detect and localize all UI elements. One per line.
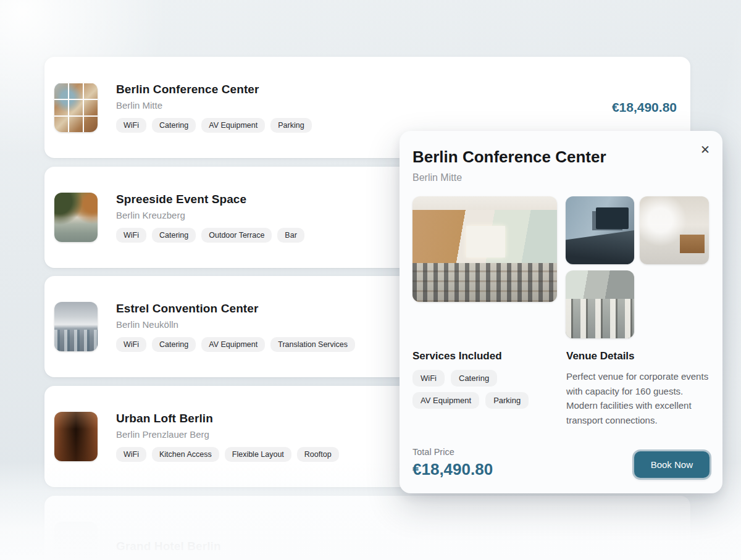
venue-details-text: Perfect venue for corporate events with … <box>566 369 710 427</box>
venue-name: Grand Hotel Berlin <box>116 540 221 553</box>
venue-tag: Translation Services <box>270 337 355 352</box>
venue-location: Berlin Neukölln <box>116 319 355 330</box>
venue-tag: WiFi <box>116 337 146 352</box>
modal-sections: Services Included WiFi Catering AV Equip… <box>412 350 710 427</box>
venue-detail-modal: ✕ Berlin Conference Center Berlin Mitte … <box>400 131 722 493</box>
service-chip: AV Equipment <box>412 392 479 409</box>
venue-thumbnail-photo <box>54 193 98 242</box>
service-chip: Parking <box>485 392 529 409</box>
venue-tag: Catering <box>152 228 196 243</box>
venue-card-body: Grand Hotel Berlin <box>116 540 221 553</box>
venue-location: Berlin Kreuzberg <box>116 210 304 220</box>
venue-tag: WiFi <box>116 228 146 243</box>
venue-location: Berlin Prenzlauer Berg <box>116 429 339 440</box>
venue-tag: Outdoor Terrace <box>201 228 272 243</box>
venue-name: Estrel Convention Center <box>116 302 355 316</box>
venue-tag: AV Equipment <box>201 118 265 133</box>
venue-card-body: Spreeside Event Space Berlin Kreuzberg W… <box>116 193 304 243</box>
venue-photo-meeting-room <box>566 196 634 264</box>
venue-tag: Rooftop <box>297 447 339 462</box>
venue-thumbnail-photo <box>54 522 98 560</box>
venue-price: €18,490.80 <box>612 100 677 115</box>
photo-grid <box>566 196 709 338</box>
venue-photo-lobby <box>640 196 709 264</box>
venue-tag: Flexible Layout <box>225 447 291 462</box>
close-icon[interactable]: ✕ <box>696 141 714 159</box>
venue-tag-row: WiFi Kitchen Access Flexible Layout Roof… <box>116 447 339 462</box>
venue-tag: Bar <box>277 228 304 243</box>
venue-name: Spreeside Event Space <box>116 193 304 206</box>
venue-tag-row: WiFi Catering Outdoor Terrace Bar <box>116 228 304 243</box>
services-heading: Services Included <box>412 350 557 362</box>
venue-card[interactable]: Grand Hotel Berlin <box>44 496 690 560</box>
venue-photo-main <box>412 196 557 302</box>
venue-tag-row: WiFi Catering AV Equipment Translation S… <box>116 337 355 352</box>
photo-gallery <box>412 196 710 338</box>
venue-tag-row: WiFi Catering AV Equipment Parking <box>116 118 312 133</box>
venue-tag: Catering <box>152 118 196 133</box>
venue-thumbnail-photo <box>54 412 98 461</box>
venue-thumbnail-photo <box>54 302 98 351</box>
total-price-value: €18,490.80 <box>412 460 493 479</box>
service-chip: WiFi <box>412 370 445 387</box>
venue-thumbnail-photo <box>54 83 98 132</box>
venue-tag: AV Equipment <box>201 337 265 352</box>
modal-title: Berlin Conference Center <box>412 147 710 167</box>
services-section: Services Included WiFi Catering AV Equip… <box>412 350 557 427</box>
venue-card-body: Berlin Conference Center Berlin Mitte Wi… <box>116 83 312 133</box>
venue-name: Berlin Conference Center <box>116 83 312 96</box>
venue-tag: Parking <box>270 118 311 133</box>
venue-tag: Kitchen Access <box>152 447 219 462</box>
venue-tag: WiFi <box>116 118 146 133</box>
venue-details-heading: Venue Details <box>566 350 710 362</box>
venue-tag: WiFi <box>116 447 146 462</box>
venue-details-section: Venue Details Perfect venue for corporat… <box>566 350 710 427</box>
total-price-label: Total Price <box>412 447 493 457</box>
services-chip-list: WiFi Catering AV Equipment Parking <box>412 370 557 409</box>
modal-footer: Total Price €18,490.80 Book Now <box>412 447 710 479</box>
book-now-button[interactable]: Book Now <box>634 451 710 478</box>
venue-card-body: Estrel Convention Center Berlin Neukölln… <box>116 302 355 352</box>
price-block: Total Price €18,490.80 <box>412 447 493 479</box>
venue-photo-restaurant <box>566 270 634 338</box>
modal-subtitle: Berlin Mitte <box>412 172 710 184</box>
venue-location: Berlin Mitte <box>116 100 312 111</box>
venue-tag: Catering <box>152 337 196 352</box>
service-chip: Catering <box>451 370 497 387</box>
venue-name: Urban Loft Berlin <box>116 412 339 425</box>
venue-card-body: Urban Loft Berlin Berlin Prenzlauer Berg… <box>116 412 339 462</box>
